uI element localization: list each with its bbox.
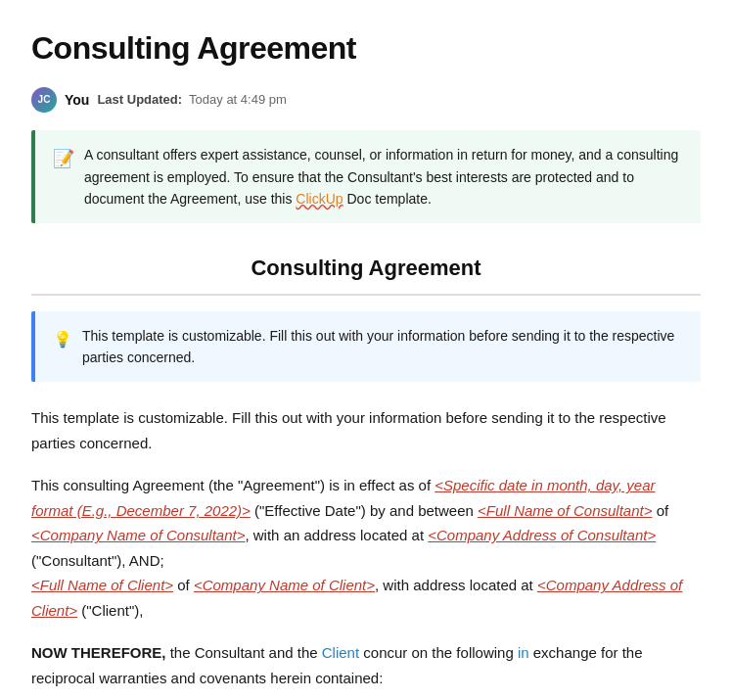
notice-text: This template is customizable. Fill this…: [82, 325, 683, 369]
now-therefore-paragraph: NOW THEREFORE, the Consultant and the Cl…: [31, 640, 701, 690]
page-title: Consulting Agreement: [31, 23, 701, 73]
avatar-initials: JC: [38, 92, 51, 108]
client-name-link[interactable]: <Full Name of Client>: [31, 577, 173, 593]
callout-text: A consultant offers expert assistance, c…: [84, 144, 683, 210]
callout-icon: 📝: [53, 145, 74, 173]
client-blue-text: Client: [322, 644, 359, 661]
in-blue-text: in: [518, 644, 529, 661]
clickup-link[interactable]: ClickUp: [296, 191, 343, 207]
intro-callout: 📝 A consultant offers expert assistance,…: [31, 130, 701, 223]
now-therefore-bold: NOW THEREFORE,: [31, 644, 166, 661]
body-paragraph-2: This consulting Agreement (the "Agreemen…: [31, 473, 701, 623]
consultant-address-link[interactable]: <Company Address of Consultant>: [428, 527, 656, 543]
body-paragraph-1: This template is customizable. Fill this…: [31, 405, 701, 455]
template-notice: 💡 This template is customizable. Fill th…: [31, 311, 701, 383]
section-heading: Consulting Agreement: [31, 251, 701, 295]
consultant-company-link[interactable]: <Company Name of Consultant>: [31, 527, 245, 543]
client-company-link[interactable]: <Company Name of Client>: [194, 577, 375, 593]
notice-icon: 💡: [53, 327, 72, 352]
consultant-name-link[interactable]: <Full Name of Consultant>: [478, 502, 652, 519]
author-name: You: [65, 89, 89, 111]
avatar: JC: [31, 87, 57, 113]
author-row: JC You Last Updated: Today at 4:49 pm: [31, 87, 701, 113]
last-updated: Last Updated: Today at 4:49 pm: [97, 90, 286, 111]
